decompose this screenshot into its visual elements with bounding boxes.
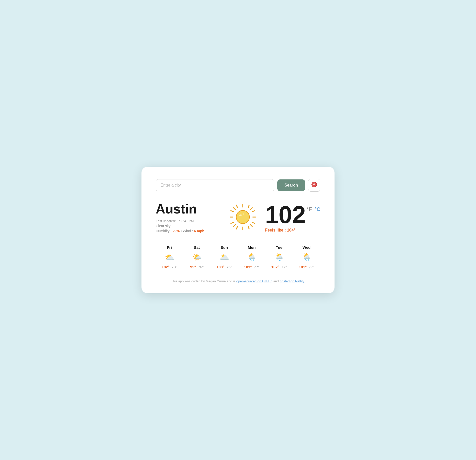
humidity-separator: • Wind : bbox=[181, 229, 193, 233]
forecast-icon: 🌦️ bbox=[302, 252, 312, 262]
svg-line-10 bbox=[233, 224, 235, 226]
feels-like-label: Feels like : bbox=[265, 228, 286, 232]
forecast-day: Tue 🌦️ 102° 77° bbox=[265, 245, 293, 269]
high-temp: 101° bbox=[299, 265, 307, 269]
svg-line-18 bbox=[248, 226, 249, 229]
forecast-temps: 101° 77° bbox=[299, 265, 314, 269]
search-input[interactable] bbox=[156, 179, 274, 191]
svg-point-1 bbox=[313, 183, 315, 186]
forecast-temps: 103° 77° bbox=[244, 265, 260, 269]
wind-value: 6 mph bbox=[194, 229, 204, 233]
low-temp: 75° bbox=[226, 265, 232, 269]
temp-main: 102 °F |°C bbox=[265, 203, 320, 227]
forecast-icon: ⛅ bbox=[164, 252, 174, 262]
temperature-value: 102 bbox=[265, 203, 306, 227]
high-temp: 102° bbox=[271, 265, 279, 269]
forecast-day: Sun 🌥️ 103° 75° bbox=[211, 245, 238, 269]
last-updated: Last updated: Fri 3:41 PM bbox=[156, 219, 221, 223]
forecast-temps: 102° 77° bbox=[271, 265, 287, 269]
forecast-icon: 🌦️ bbox=[274, 252, 284, 262]
search-row: Search bbox=[156, 179, 320, 192]
forecast-temps: 103° 75° bbox=[216, 265, 232, 269]
low-temp: 78° bbox=[171, 265, 177, 269]
github-link[interactable]: open-sourced on GitHub bbox=[236, 279, 273, 283]
current-weather: Austin Last updated: Fri 3:41 PM Clear s… bbox=[156, 202, 320, 233]
city-name: Austin bbox=[156, 202, 221, 216]
footer-text-between: and bbox=[272, 279, 280, 283]
high-temp: 102° bbox=[162, 265, 169, 269]
fahrenheit-unit[interactable]: °F | bbox=[307, 206, 315, 212]
svg-line-12 bbox=[248, 205, 249, 208]
svg-line-17 bbox=[236, 226, 237, 229]
forecast-day: Sat 🌤️ 95° 76° bbox=[183, 245, 211, 269]
svg-line-11 bbox=[236, 205, 237, 208]
svg-line-8 bbox=[250, 224, 252, 226]
weather-card: Search Austin Last updated: Fri 3:41 PM … bbox=[141, 167, 335, 293]
sun-icon bbox=[229, 203, 257, 231]
svg-line-15 bbox=[231, 222, 233, 223]
temp-display: 102 °F |°C Feels like : 104° bbox=[265, 203, 320, 233]
svg-line-14 bbox=[252, 211, 255, 212]
svg-line-13 bbox=[231, 211, 233, 212]
low-temp: 76° bbox=[198, 265, 204, 269]
svg-line-16 bbox=[252, 222, 255, 223]
footer: This app was coded by Megan Currie and i… bbox=[156, 279, 320, 283]
forecast-row: Fri ⛅ 102° 78° Sat 🌤️ 95° 76° Sun 🌥️ 103… bbox=[156, 245, 320, 269]
condition: Clear sky bbox=[156, 224, 221, 228]
svg-line-7 bbox=[233, 208, 235, 210]
humidity-value: 29% bbox=[172, 229, 180, 233]
forecast-icon: 🌤️ bbox=[192, 252, 202, 262]
low-temp: 77° bbox=[309, 265, 314, 269]
low-temp: 77° bbox=[254, 265, 260, 269]
unit-row: °F |°C bbox=[307, 207, 320, 212]
svg-line-9 bbox=[250, 208, 252, 210]
feels-like: Feels like : 104° bbox=[265, 228, 320, 233]
svg-point-19 bbox=[236, 210, 249, 224]
forecast-icon: 🌦️ bbox=[247, 252, 257, 262]
forecast-day: Mon 🌦️ 103° 77° bbox=[238, 245, 265, 269]
day-label: Sun bbox=[221, 245, 228, 250]
high-temp: 103° bbox=[216, 265, 224, 269]
footer-text-before: This app was coded by Megan Currie and i… bbox=[171, 279, 236, 283]
temp-unit-toggle: °F |°C bbox=[307, 207, 320, 212]
day-label: Sat bbox=[194, 245, 200, 250]
netlify-link[interactable]: hosted on Netlify. bbox=[280, 279, 305, 283]
feels-like-value: 104° bbox=[287, 228, 295, 232]
pin-icon bbox=[311, 182, 317, 189]
search-button[interactable]: Search bbox=[277, 179, 305, 191]
low-temp: 77° bbox=[281, 265, 287, 269]
forecast-icon: 🌥️ bbox=[219, 252, 229, 262]
humidity-wind: Humidity : 29% • Wind : 6 mph bbox=[156, 229, 221, 233]
humidity-label: Humidity : bbox=[156, 229, 171, 233]
sun-icon-area bbox=[229, 203, 257, 232]
day-label: Wed bbox=[303, 245, 310, 250]
high-temp: 95° bbox=[190, 265, 196, 269]
day-label: Mon bbox=[248, 245, 256, 250]
day-label: Tue bbox=[276, 245, 282, 250]
celsius-unit[interactable]: °C bbox=[315, 206, 320, 212]
day-label: Fri bbox=[167, 245, 172, 250]
forecast-day: Wed 🌦️ 101° 77° bbox=[293, 245, 320, 269]
forecast-temps: 95° 76° bbox=[190, 265, 203, 269]
forecast-day: Fri ⛅ 102° 78° bbox=[156, 245, 183, 269]
location-button[interactable] bbox=[308, 179, 320, 192]
forecast-temps: 102° 78° bbox=[162, 265, 177, 269]
high-temp: 103° bbox=[244, 265, 252, 269]
weather-info: Austin Last updated: Fri 3:41 PM Clear s… bbox=[156, 202, 221, 233]
